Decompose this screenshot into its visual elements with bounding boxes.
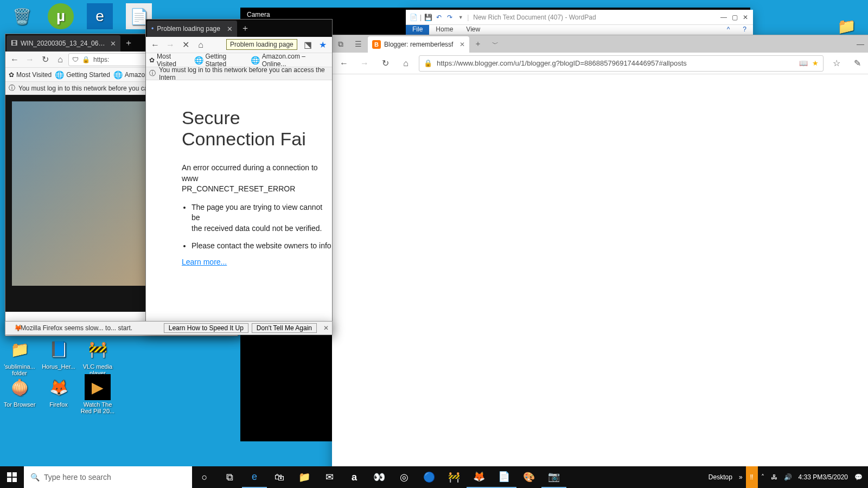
desktop-icon-video[interactable]: ▶ Watch The Red Pill 20... [78,374,117,414]
forward-button[interactable]: → [357,56,372,71]
undo-icon[interactable]: ↶ [435,13,443,22]
taskbar-store[interactable]: 🛍 [267,466,292,488]
minimize-button[interactable]: — [719,13,728,22]
tray-clock[interactable]: 4:33 PM 3/5/2020 [795,466,851,488]
refresh-button[interactable]: ↻ [38,53,52,67]
desktop-icon-edge[interactable]: e [80,3,119,30]
close-tab-icon[interactable]: ✕ [110,40,116,48]
close-bar-icon[interactable]: ✕ [320,324,332,332]
ribbon-tab-home[interactable]: Home [429,25,459,35]
taskbar-mail[interactable]: ✉ [317,466,342,488]
favorite-icon[interactable]: ★ [812,59,819,67]
ribbon-tab-file[interactable]: File [406,25,429,35]
windows-icon [7,472,17,482]
desktop-icon-label: Tor Browser [4,401,36,408]
tab-preview-button[interactable]: ☰ [349,35,367,53]
forward-button[interactable]: → [23,53,37,67]
error-bullet: Please contact the website owners to inf… [192,241,332,252]
taskbar-vlc[interactable]: 🚧 [442,466,467,488]
task-view-button[interactable]: ⧉ [217,466,242,488]
favorites-icon[interactable]: ☆ [829,56,844,71]
bookmark-most-visited[interactable]: ✿Most Visited [149,53,191,68]
new-tab-button[interactable]: ＋ [469,35,487,53]
slow-message: Mozilla Firefox seems slow... to... star… [21,324,132,332]
desktop-icon-tor[interactable]: 🧅 Tor Browser [0,374,39,408]
speed-up-button[interactable]: Learn How to Speed It Up [164,323,248,333]
tray-volume-icon[interactable]: 🔊 [781,466,795,488]
tabs-dropdown-icon[interactable]: ﹀ [487,35,504,53]
bookmark-amazon[interactable]: Amazo [113,70,145,79]
bookmark-getting-started[interactable]: Getting Started [55,70,110,79]
help-icon[interactable]: ? [736,25,753,35]
save-icon[interactable]: 💾 [424,13,432,22]
maximize-button[interactable]: ▢ [730,13,739,22]
gear-icon: ✿ [149,56,155,64]
reading-view-icon[interactable]: 📖 [799,59,808,67]
desktop-icon-vlc[interactable]: 🚧 VLC media player [78,336,117,376]
refresh-button[interactable]: ↻ [378,56,393,71]
tab-actions-button[interactable]: ⧉ [332,35,349,53]
tray-app-icon[interactable]: ‼ [746,466,758,488]
learn-more-link[interactable]: Learn more... [182,258,227,266]
taskbar-wordpad[interactable]: 📄 [492,466,516,488]
taskbar-app2[interactable]: 🔵 [417,466,442,488]
close-tab-icon[interactable]: ✕ [459,41,465,48]
taskbar-amazon[interactable]: a [342,466,367,488]
ribbon-collapse-icon[interactable]: ^ [720,25,737,35]
firefox-icon: 🦊 [14,324,22,332]
taskbar-paint[interactable]: 🎨 [516,466,541,488]
bookmark-amazon[interactable]: Amazon.com – Online... [251,53,329,68]
svg-rect-1 [12,472,17,477]
desktop-icon-sublimina[interactable]: 📁 'sublimina... folder [0,336,39,376]
taskbar-explorer[interactable]: 📁 [292,466,317,488]
forward-button[interactable]: → [163,38,177,52]
taskbar-tripadvisor[interactable]: 👀 [367,466,392,488]
back-button[interactable]: ← [148,38,162,52]
home-button[interactable]: ⌂ [194,38,208,52]
new-tab-button[interactable]: ＋ [122,37,136,49]
dont-tell-button[interactable]: Don't Tell Me Again [252,323,317,333]
tray-chevron-icon[interactable]: » [736,466,746,488]
bookmark-most-visited[interactable]: ✿Most Visited [9,71,52,79]
bookmark-getting-started[interactable]: Getting Started [194,53,247,68]
ribbon-tab-view[interactable]: View [459,25,487,35]
bookmark-star-icon[interactable]: ★ [316,38,330,52]
back-button[interactable]: ← [8,53,22,67]
address-bar[interactable]: 🔒 https://www.blogger.com/u/1/blogger.g?… [419,55,824,72]
video-preview [12,101,153,286]
taskbar-search[interactable]: 🔍 Type here to search [24,466,192,488]
bookmark-label: Getting Started [206,53,247,68]
desktop-icon-firefox[interactable]: 🦊 Firefox [39,374,78,408]
minimize-button[interactable]: — [852,35,868,53]
stop-button[interactable]: ✕ [178,38,193,52]
cortana-button[interactable]: ○ [192,466,217,488]
close-button[interactable]: ✕ [741,13,750,22]
back-button[interactable]: ← [336,56,352,71]
tray-action-center-icon[interactable]: 💬 [851,466,866,488]
reading-list-icon[interactable]: ✎ [850,56,865,71]
tray-overflow-icon[interactable]: ˄ [758,466,768,488]
browser-tab-problem[interactable]: • Problem loading page ✕ [147,21,237,37]
taskbar-edge[interactable]: e [242,466,267,488]
desktop-icon-recycle[interactable]: 🗑️ [2,3,41,30]
new-tab-button[interactable]: ＋ [238,23,252,34]
tray-desktop-label[interactable]: Desktop [705,466,736,488]
search-icon: 🔍 [30,473,40,481]
taskbar-camera[interactable]: 📷 [541,466,566,488]
close-tab-icon[interactable]: ✕ [227,25,233,33]
start-button[interactable] [0,466,24,488]
desktop-icon-horus[interactable]: 📘 Horus_Her... [39,336,78,370]
search-placeholder: Type here to search [44,473,111,481]
lock-icon: 🔒 [82,56,90,63]
taskbar-app1[interactable]: ◎ [392,466,417,488]
home-button[interactable]: ⌂ [398,56,413,71]
browser-tab-win[interactable]: 🎞 WIN_20200305_13_24_06_Pro.m ✕ [7,35,120,52]
redo-icon[interactable]: ↷ [445,13,454,22]
dropdown-icon[interactable]: ▼ [456,13,465,22]
taskbar-firefox[interactable]: 🦊 [467,466,492,488]
browser-tab-blogger[interactable]: B Blogger: rememberlessf ✕ [368,36,469,53]
home-button[interactable]: ⌂ [53,53,67,67]
desktop-icon-utorrent[interactable]: µ [41,3,80,30]
tray-network-icon[interactable]: 🖧 [768,466,781,488]
pocket-icon[interactable]: ⬔ [301,38,315,52]
